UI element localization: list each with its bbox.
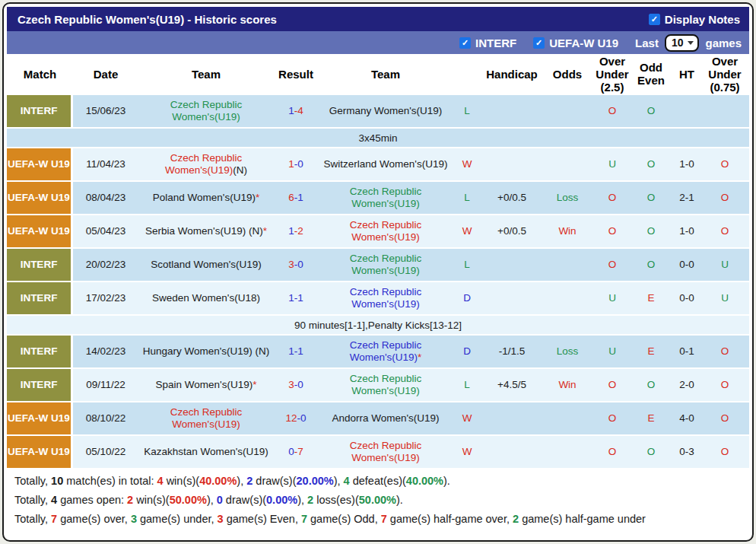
text-segment: U [608,345,616,357]
text-segment: 7 [51,513,57,525]
text-segment: 08/04/23 [86,192,126,203]
title-bar: Czech Republic Women's(U19) - Historic s… [7,7,749,31]
text-segment: (N) [233,164,247,176]
over-under-075-cell: U [704,257,745,272]
text-segment: 3 [288,379,294,390]
display-notes-toggle[interactable]: ✓ Display Notes [649,13,740,26]
text-segment: draw(s)( [253,475,296,487]
odd-even-cell: O [633,157,669,172]
over-under-075-cell: O [704,411,745,426]
odds-cell [543,297,592,300]
result-cell: 6-1 [274,190,318,205]
col-header-odds: Odds [543,68,592,81]
text-segment: -0 [294,379,303,390]
half-time-cell: 4-0 [669,411,704,426]
filter-interf-toggle[interactable]: ✓ INTERF [459,37,516,49]
row-cells: 14/02/23Hungary Women's(U19) (N)1-1Czech… [73,336,749,367]
home-team-cell: Serbia Women's(U19) (N)* [138,224,274,239]
away-team-cell: Czech Republic Women's(U19) [318,438,453,466]
date-cell: 05/04/23 [73,224,138,239]
text-segment: 2-0 [679,379,694,390]
odd-even-cell: O [633,224,669,239]
text-segment: Win [558,379,576,390]
text-segment: -1 [294,192,303,203]
result-cell: 1-2 [274,224,318,239]
odds-cell [543,450,592,453]
text-segment: Czech Republic Women's(U19) [350,219,422,243]
result-cell: 3-0 [274,377,318,393]
half-time-cell: 0-3 [669,444,704,460]
uefa-label[interactable]: UEFA-W U19 [549,37,618,49]
text-segment: O [647,446,656,457]
text-segment: 09/11/22 [86,379,125,390]
text-segment: 3 [131,513,137,525]
last-games-select[interactable]: 10 [665,34,700,52]
text-segment: O [608,412,617,424]
text-segment: 11/04/23 [86,158,125,170]
result-cell: 3-0 [274,257,318,272]
over-under-25-cell: U [592,344,633,359]
win-loss-cell: D [453,344,481,359]
over-under-25-cell: O [592,257,633,272]
text-segment: W [462,446,472,457]
date-cell: 17/02/23 [73,291,138,306]
row-cells: 05/04/23Serbia Women's(U19) (N)*1-2Czech… [73,215,749,247]
over-under-075-cell: O [704,224,745,239]
away-team-cell: Czech Republic Women's(U19)* [318,338,453,365]
filter-bar: ✓ INTERF ✓ UEFA-W U19 Last 10 games [7,31,749,54]
win-loss-cell: W [453,444,481,460]
odd-even-cell: E [633,411,669,426]
league-badge: UEFA-W U19 [7,148,71,180]
filter-uefa-toggle[interactable]: ✓ UEFA-W U19 [533,37,618,49]
league-badge: INTERF [7,282,71,314]
odd-even-cell: O [633,377,669,393]
win-loss-cell: W [453,157,481,172]
league-badge: INTERF [7,369,71,401]
date-cell: 11/04/23 [73,157,138,172]
table-row: INTERF20/02/23Scotland Women's(U19)3-0Cz… [7,249,749,281]
games-label: games [705,37,742,49]
text-segment: Totally, [14,475,51,487]
text-segment: -4 [294,105,303,116]
away-team-cell: Andorra Women's(U19) [318,411,453,426]
text-segment: Czech Republic Women's(U19) [165,152,242,176]
odd-even-cell: E [633,344,669,359]
text-segment: O [608,105,617,116]
text-segment: match(es) in total: [63,475,157,487]
odd-even-cell: O [633,444,669,460]
interf-checkbox[interactable]: ✓ [459,37,471,49]
league-badge: UEFA-W U19 [7,402,71,434]
handicap-cell [481,417,543,420]
text-segment: -7 [294,446,303,457]
col-header-over-under-075: Over Under (0.75) [704,55,745,94]
summary-section: Totally, 10 match(es) in total: 4 win(s)… [7,468,749,529]
over-under-075-cell: O [704,190,745,205]
text-segment: game(s) half-game under [519,513,646,525]
uefa-checkbox[interactable]: ✓ [533,37,545,49]
date-cell: 14/02/23 [73,344,138,359]
text-segment: 14/02/23 [86,345,126,357]
text-segment: O [647,225,656,237]
text-segment: 17/02/23 [86,292,126,304]
half-time-cell: 1-0 [669,224,704,239]
handicap-cell [481,163,543,166]
page-title: Czech Republic Women's(U19) - Historic s… [17,13,277,26]
checkmark-icon: ✓ [535,39,542,47]
text-segment: L [464,379,470,390]
text-segment: E [647,345,654,357]
text-segment: 7 [381,513,387,525]
text-segment: 6 [288,192,294,203]
text-segment: Switzerland Women's(U19) [324,158,448,170]
row-cells: 08/04/23Poland Women's(U19)*6-1Czech Rep… [73,182,749,214]
display-notes-label[interactable]: Display Notes [665,13,740,26]
interf-label[interactable]: INTERF [475,37,516,49]
text-segment: 0-3 [679,446,694,457]
text-segment: Andorra Women's(U19) [332,412,439,424]
text-segment: Totally, [14,494,51,506]
text-segment: L [464,192,470,203]
text-segment: 2 [307,494,313,506]
col-header-team1: Team [138,68,274,81]
display-notes-checkbox[interactable]: ✓ [649,14,660,25]
text-segment: D [463,292,471,304]
text-segment: O [721,412,729,424]
